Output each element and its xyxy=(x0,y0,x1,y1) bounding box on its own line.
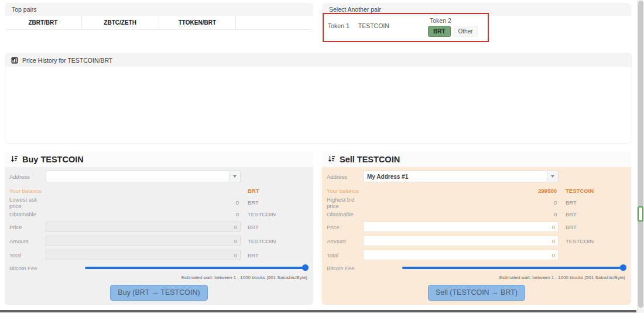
buy-amount-input[interactable] xyxy=(46,236,241,246)
buy-fee-row: Bitcoin Fee xyxy=(9,264,309,272)
sell-amount-unit: TESTCOIN xyxy=(559,238,626,244)
buy-button[interactable]: Buy (BRT → TESTCOIN) xyxy=(110,285,207,301)
sell-address-label: Address xyxy=(327,173,363,180)
buy-total-unit: BRT xyxy=(241,252,309,258)
horizontal-scrollbar-thumb[interactable] xyxy=(0,310,636,312)
sell-address-row: Address xyxy=(327,171,626,182)
sell-highest-bid-row: Highest bid price 0 BRT xyxy=(327,198,626,207)
buy-address-row: Address xyxy=(9,171,309,182)
sell-balance-row: Your balance 299500 TESTCOIN xyxy=(327,186,626,195)
sell-fee-label: Bitcoin Fee xyxy=(327,265,363,271)
sell-fee-slider-thumb[interactable] xyxy=(620,264,626,271)
tab-ttoken-brt[interactable]: TTOKEN/BRT xyxy=(159,16,237,29)
buy-amount-row: Amount TESTCOIN xyxy=(9,236,309,246)
buy-total-input[interactable] xyxy=(46,250,241,260)
sell-balance-value: 299500 xyxy=(363,188,559,194)
token1-label: Token 1 xyxy=(328,22,350,29)
buy-price-row: Price BRT xyxy=(9,222,309,232)
sell-balance-unit: TESTCOIN xyxy=(559,188,626,194)
buy-lowest-ask-value: 0 xyxy=(46,199,241,206)
sell-price-row: Price BRT xyxy=(327,222,626,232)
price-history-header: Price History for TESTCOIN/BRT xyxy=(5,53,632,67)
price-history-panel: Price History for TESTCOIN/BRT xyxy=(5,53,632,144)
token2-other-button[interactable]: Other xyxy=(454,26,478,37)
buy-address-label: Address xyxy=(9,173,46,180)
tab-zbtc-zeth[interactable]: ZBTC/ZETH xyxy=(82,16,159,29)
sell-obtainable-row: Obtainable 0 BRT xyxy=(327,210,626,219)
buy-fee-slider-track xyxy=(85,267,307,269)
token2-selector: BRT Other xyxy=(428,26,478,37)
buy-lowest-ask-row: Lowest ask price 0 BRT xyxy=(9,198,309,207)
sell-form: Address Your balance 299500 TESTCOIN Hig… xyxy=(322,167,631,301)
price-history-title: Price History for TESTCOIN/BRT xyxy=(22,57,112,64)
sell-price-input[interactable] xyxy=(363,222,559,232)
buy-obtainable-value: 0 xyxy=(46,211,241,217)
sell-button[interactable]: Sell (TESTCOIN → BRT) xyxy=(428,285,525,301)
buy-fee-label: Bitcoin Fee xyxy=(9,265,46,271)
buy-price-input[interactable] xyxy=(46,222,241,232)
sell-total-input[interactable] xyxy=(363,250,559,260)
token2-label: Token 2 xyxy=(430,17,451,24)
sell-obtainable-value: 0 xyxy=(363,211,559,217)
select-pair-body: Token 1TESTCOIN Token 2 BRT Other xyxy=(322,16,631,45)
buy-balance-unit: BRT xyxy=(241,188,309,194)
bar-chart-icon xyxy=(11,57,18,64)
sell-amount-label: Amount xyxy=(327,238,363,244)
vertical-scrollbar[interactable] xyxy=(637,0,644,313)
select-pair-panel: Select Another pair Token 1TESTCOIN Toke… xyxy=(322,3,631,45)
sell-fee-row: Bitcoin Fee xyxy=(327,264,626,272)
sell-address-dropdown-button[interactable] xyxy=(547,171,559,182)
sell-panel: Sell TESTCOIN Address Your balance 29950… xyxy=(322,151,631,305)
sell-highest-bid-unit: BRT xyxy=(559,199,626,206)
sell-highest-bid-value: 0 xyxy=(363,199,559,206)
top-pairs-panel: Top pairs ZBRT/BRT ZBTC/ZETH TTOKEN/BRT xyxy=(5,3,313,30)
buy-balance-row: Your balance BRT xyxy=(9,186,309,195)
sell-header: Sell TESTCOIN xyxy=(322,151,631,167)
buy-fee-slider-thumb[interactable] xyxy=(302,264,309,271)
tabs-filler xyxy=(236,16,313,29)
buy-title: Buy TESTCOIN xyxy=(22,155,84,164)
sort-amount-icon xyxy=(328,155,335,163)
vertical-scrollbar-thumb[interactable] xyxy=(638,1,643,308)
token2-brt-button[interactable]: BRT xyxy=(428,26,451,37)
buy-fee-slider[interactable] xyxy=(85,264,309,271)
select-pair-title: Select Another pair xyxy=(322,3,631,16)
buy-balance-label: Your balance xyxy=(9,188,46,194)
edge-extension-widget[interactable] xyxy=(638,206,643,222)
chevron-down-icon xyxy=(233,175,237,178)
buy-form: Address Your balance BRT Lowest ask pric… xyxy=(5,167,313,301)
sell-amount-row: Amount TESTCOIN xyxy=(327,236,626,246)
sell-fee-slider[interactable] xyxy=(402,264,626,271)
buy-wait-text: Estimated wait: between 1 - 1000 blocks … xyxy=(9,275,307,280)
sell-price-label: Price xyxy=(327,224,363,230)
sort-amount-icon xyxy=(11,155,18,163)
sell-highest-bid-label: Highest bid price xyxy=(327,196,363,209)
buy-address-input[interactable] xyxy=(46,171,229,182)
sell-obtainable-unit: BRT xyxy=(559,211,626,217)
buy-panel: Buy TESTCOIN Address Your balance BRT Lo… xyxy=(5,151,313,305)
buy-lowest-ask-unit: BRT xyxy=(241,199,309,206)
buy-total-row: Total BRT xyxy=(9,250,309,260)
buy-address-dropdown-button[interactable] xyxy=(229,171,241,182)
token1-row: Token 1TESTCOIN xyxy=(328,22,389,29)
token1-value: TESTCOIN xyxy=(358,22,389,29)
sell-total-row: Total xyxy=(327,250,626,260)
buy-obtainable-row: Obtainable 0 TESTCOIN xyxy=(9,210,309,219)
sell-total-label: Total xyxy=(327,252,363,258)
buy-price-unit: BRT xyxy=(241,224,309,230)
chevron-down-icon xyxy=(551,175,554,178)
tab-zbrt-brt[interactable]: ZBRT/BRT xyxy=(5,16,82,29)
top-pairs-title: Top pairs xyxy=(5,3,313,16)
sell-amount-input[interactable] xyxy=(363,236,559,246)
buy-price-label: Price xyxy=(9,224,46,230)
buy-obtainable-unit: TESTCOIN xyxy=(241,211,309,217)
buy-obtainable-label: Obtainable xyxy=(9,211,46,217)
buy-total-label: Total xyxy=(9,252,46,258)
buy-button-row: Buy (BRT → TESTCOIN) xyxy=(9,285,309,301)
sell-button-row: Sell (TESTCOIN → BRT) xyxy=(327,285,626,301)
sell-wait-text: Estimated wait: between 1 - 1000 blocks … xyxy=(327,275,625,280)
sell-title: Sell TESTCOIN xyxy=(340,155,400,164)
sell-balance-label: Your balance xyxy=(327,188,363,194)
price-history-chart-area xyxy=(5,67,632,143)
sell-address-input[interactable] xyxy=(363,171,547,182)
